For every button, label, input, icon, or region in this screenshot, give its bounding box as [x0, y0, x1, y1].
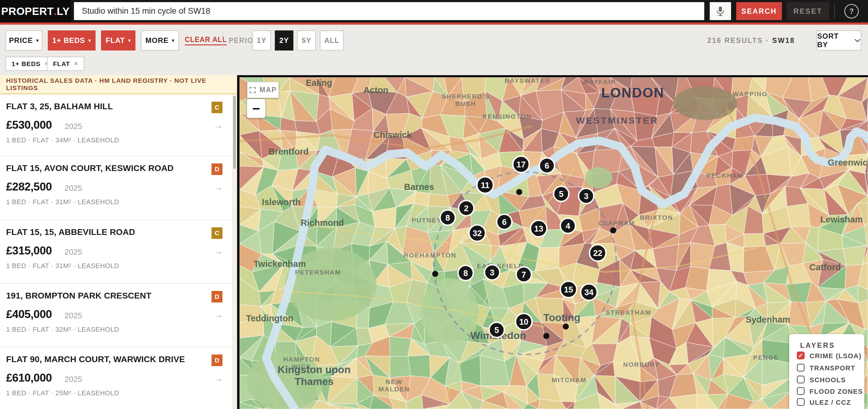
layer-checkbox-transport[interactable]: [797, 364, 805, 372]
logo[interactable]: PROPERT.LY: [0, 0, 71, 23]
filter-button-price[interactable]: PRICE▾: [5, 30, 42, 51]
listing-title: FLAT 3, 25, BALHAM HILL: [6, 102, 113, 112]
map-label: LONDON: [601, 85, 664, 100]
layer-checkbox-crime-lsoa-[interactable]: ✓: [797, 351, 805, 359]
top-bar: PROPERT.LY SEARCH RESET ?: [0, 0, 868, 23]
listing-meta: 1 BED · FLAT · 31M² · LEASEHOLD: [6, 262, 119, 270]
property-dot[interactable]: [516, 189, 522, 195]
cluster-marker[interactable]: 8: [440, 210, 455, 225]
clear-all-link[interactable]: CLEAR ALL: [185, 30, 227, 51]
filter-button-more[interactable]: MORE▾: [141, 30, 179, 51]
listing-arrow-icon[interactable]: →: [213, 245, 223, 257]
svg-text:17: 17: [517, 160, 526, 169]
property-dot[interactable]: [563, 323, 569, 329]
period-button-1y[interactable]: 1Y: [252, 30, 271, 51]
property-dot[interactable]: [432, 271, 438, 277]
layer-checkbox-flood-zones[interactable]: [797, 387, 805, 395]
map-label: ROEHAMPTON: [404, 252, 456, 259]
map-label: WAPPING: [733, 90, 768, 97]
map-label: STREATHAM: [606, 309, 651, 316]
map-label: PECKHAM: [706, 172, 744, 179]
data-source-notice: HISTORICAL SALES DATA · HM LAND REGISTRY…: [0, 75, 237, 94]
layers-panel: LAYERS ✓CRIME (LSOA)TRANSPORTSCHOOLSFLOO…: [789, 334, 864, 409]
filter-chip-flat[interactable]: FLAT×: [47, 57, 84, 71]
svg-text:3: 3: [584, 192, 588, 201]
epc-badge: D: [212, 354, 222, 366]
svg-text:22: 22: [593, 249, 602, 258]
map-label: CLAPHAM: [598, 219, 635, 226]
filter-divider: [222, 32, 223, 49]
chip-close-icon[interactable]: ×: [74, 60, 78, 67]
map-style-toggle[interactable]: MAP: [247, 82, 279, 98]
help-button[interactable]: ?: [844, 4, 859, 19]
cluster-marker[interactable]: 15: [560, 281, 577, 297]
listing-row[interactable]: FLAT 15, 15, ABBEVILLE ROADC£315,0002025…: [0, 219, 232, 283]
property-dot[interactable]: [610, 227, 616, 233]
map-label: Catford: [809, 262, 841, 272]
map-label: Twickenham: [253, 259, 306, 269]
svg-text:32: 32: [473, 229, 482, 238]
cluster-marker[interactable]: 34: [581, 284, 597, 301]
map-label: PETERSHAM: [295, 269, 341, 276]
layer-checkbox-ulez-ccz[interactable]: [797, 398, 805, 406]
cluster-marker[interactable]: 8: [458, 265, 473, 281]
filter-button-1-beds[interactable]: 1+ BEDS▾: [48, 30, 96, 51]
cluster-marker[interactable]: 10: [516, 313, 532, 330]
map-label: Tooting: [543, 312, 580, 323]
layer-checkbox-schools[interactable]: [797, 376, 805, 383]
reset-button[interactable]: RESET: [787, 2, 829, 20]
cluster-marker[interactable]: 7: [516, 267, 531, 282]
listing-price: £405,000: [6, 308, 52, 321]
map-label: BRIXTON: [640, 214, 673, 221]
period-button-all[interactable]: ALL: [320, 30, 344, 51]
listing-meta: 1 BED · FLAT · 31M² · LEASEHOLD: [6, 198, 119, 206]
cluster-marker[interactable]: 2: [459, 200, 474, 216]
caret-down-icon: ▾: [89, 38, 91, 43]
listing-row[interactable]: 191, BROMPTON PARK CRESCENTD£405,0002025…: [0, 283, 232, 347]
cluster-marker[interactable]: 32: [469, 225, 486, 241]
listing-arrow-icon[interactable]: →: [213, 119, 223, 131]
cluster-marker[interactable]: 13: [530, 220, 547, 237]
listing-price: £282,500: [6, 181, 52, 193]
cluster-marker[interactable]: 11: [477, 177, 493, 193]
listing-arrow-icon[interactable]: →: [213, 309, 223, 320]
cluster-marker[interactable]: 3: [485, 265, 500, 280]
results-count: 216 RESULTS ·: [707, 36, 769, 45]
cluster-marker[interactable]: 6: [497, 214, 512, 229]
property-dot[interactable]: [543, 333, 549, 339]
listing-meta: 1 BED · FLAT · 34M² · LEASEHOLD: [6, 136, 119, 144]
sort-by-button[interactable]: SORT BY: [816, 30, 861, 51]
listing-price: £610,000: [6, 372, 52, 384]
panel-scrollbar-thumb[interactable]: [233, 96, 236, 169]
map-label: Chiswick: [373, 130, 412, 140]
cluster-marker[interactable]: 5: [489, 322, 504, 338]
mic-button[interactable]: [710, 2, 731, 20]
map-label: Acton: [363, 85, 389, 95]
zoom-out-button[interactable]: −: [247, 99, 266, 118]
map-canvas[interactable]: EalingActonBAYSWATERMAYFAIRLONDONWAPPING…: [237, 75, 868, 409]
cluster-marker[interactable]: 5: [554, 186, 569, 201]
logo-text: PROPERT: [1, 5, 54, 17]
layer-label: CRIME (LSOA): [810, 352, 862, 360]
period-button-5y[interactable]: 5Y: [297, 30, 316, 51]
listing-arrow-icon[interactable]: →: [213, 372, 223, 384]
cluster-marker[interactable]: 4: [560, 218, 576, 233]
map-label: Richmond: [301, 218, 344, 228]
logo-suffix: LY: [57, 5, 70, 17]
filter-button-flat[interactable]: FLAT▾: [101, 30, 135, 51]
listing-meta: 1 BED · FLAT · 25M² · LEASEHOLD: [6, 389, 119, 397]
search-button[interactable]: SEARCH: [736, 2, 782, 20]
svg-text:34: 34: [584, 288, 593, 297]
listing-row[interactable]: FLAT 15, AVON COURT, KESWICK ROADD£282,5…: [0, 156, 232, 219]
listing-row[interactable]: FLAT 90, MARCH COURT, WARWICK DRIVED£610…: [0, 347, 232, 409]
cluster-marker[interactable]: 17: [513, 156, 529, 172]
cluster-marker[interactable]: 6: [539, 158, 555, 173]
cluster-marker[interactable]: 22: [590, 245, 606, 261]
layer-row: ULEZ / CCZ: [789, 398, 864, 408]
search-input[interactable]: [74, 2, 704, 20]
cluster-marker[interactable]: 3: [579, 188, 594, 203]
listing-row[interactable]: FLAT 3, 25, BALHAM HILLC£530,0002025→1 B…: [0, 94, 232, 156]
period-button-2y[interactable]: 2Y: [275, 30, 293, 51]
listing-arrow-icon[interactable]: →: [213, 181, 223, 193]
svg-text:2: 2: [464, 204, 468, 213]
